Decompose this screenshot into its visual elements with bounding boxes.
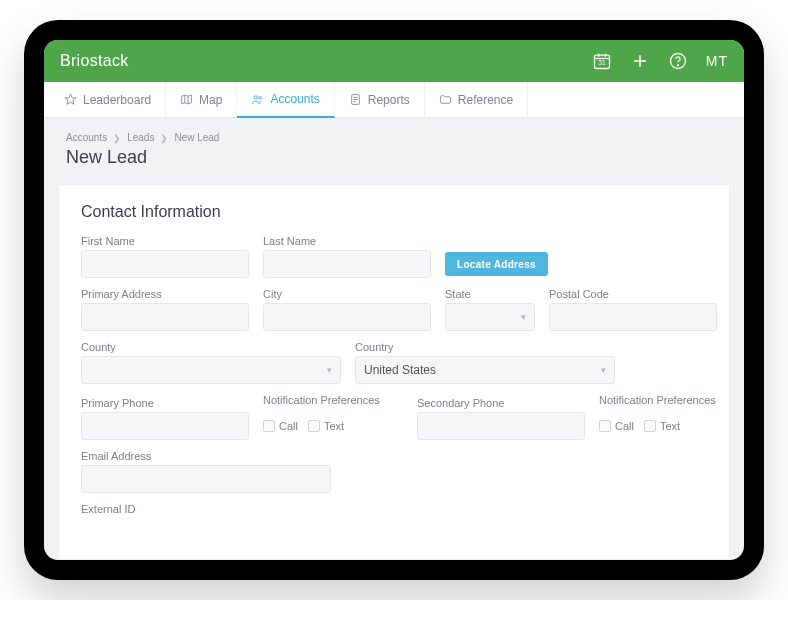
tab-reports[interactable]: Reports (335, 82, 425, 117)
svg-marker-10 (182, 95, 192, 104)
county-select[interactable]: ▾ (81, 356, 341, 384)
page-title: New Lead (66, 147, 722, 168)
call-label: Call (279, 420, 298, 432)
primary-text-checkbox[interactable]: Text (308, 420, 344, 432)
notification-prefs-label-2: Notification Preferences (599, 394, 730, 406)
page-header: Accounts ❯ Leads ❯ New Lead New Lead (44, 118, 744, 176)
document-icon (349, 93, 362, 106)
breadcrumb-leads[interactable]: Leads (127, 132, 154, 143)
tab-label: Reference (458, 93, 513, 107)
email-input[interactable] (81, 465, 331, 493)
last-name-input[interactable] (263, 250, 431, 278)
state-select[interactable]: ▾ (445, 303, 535, 331)
app-header: Briostack 31 (44, 40, 744, 82)
text-label: Text (324, 420, 344, 432)
checkbox-icon (308, 420, 320, 432)
tab-label: Reports (368, 93, 410, 107)
country-select[interactable]: United States ▾ (355, 356, 615, 384)
section-title: Contact Information (81, 203, 707, 221)
tab-label: Leaderboard (83, 93, 151, 107)
user-avatar[interactable]: MT (706, 53, 728, 69)
chevron-down-icon: ▾ (601, 365, 606, 375)
city-input[interactable] (263, 303, 431, 331)
tab-reference[interactable]: Reference (425, 82, 528, 117)
map-icon (180, 93, 193, 106)
svg-point-13 (255, 95, 258, 98)
checkbox-icon (263, 420, 275, 432)
contact-info-card: Contact Information First Name Last Name… (58, 184, 730, 560)
tab-map[interactable]: Map (166, 82, 237, 117)
svg-point-14 (259, 96, 262, 99)
secondary-text-checkbox[interactable]: Text (644, 420, 680, 432)
checkbox-icon (644, 420, 656, 432)
form: First Name Last Name Locate Address Prim… (81, 235, 707, 515)
county-label: County (81, 341, 341, 353)
notification-prefs-label-1: Notification Preferences (263, 394, 403, 406)
breadcrumb-accounts[interactable]: Accounts (66, 132, 107, 143)
chevron-down-icon: ▾ (327, 365, 332, 375)
external-id-label: External ID (81, 503, 221, 515)
secondary-phone-label: Secondary Phone (417, 397, 585, 409)
postal-code-input[interactable] (549, 303, 717, 331)
users-icon (251, 93, 264, 106)
tab-accounts[interactable]: Accounts (237, 82, 334, 118)
svg-point-8 (677, 65, 678, 66)
last-name-label: Last Name (263, 235, 431, 247)
postal-code-label: Postal Code (549, 288, 717, 300)
text-label-2: Text (660, 420, 680, 432)
primary-phone-label: Primary Phone (81, 397, 249, 409)
email-label: Email Address (81, 450, 331, 462)
folder-icon (439, 93, 452, 106)
secondary-call-checkbox[interactable]: Call (599, 420, 634, 432)
first-name-input[interactable] (81, 250, 249, 278)
city-label: City (263, 288, 431, 300)
screen: Briostack 31 (44, 40, 744, 560)
chevron-down-icon: ▾ (521, 312, 526, 322)
help-icon[interactable] (668, 51, 688, 71)
svg-text:31: 31 (598, 59, 606, 66)
tablet-frame: Briostack 31 (24, 20, 764, 580)
plus-icon[interactable] (630, 51, 650, 71)
nav-tabs: Leaderboard Map Accounts Reports Referen… (44, 82, 744, 118)
checkbox-icon (599, 420, 611, 432)
breadcrumb-current: New Lead (174, 132, 219, 143)
call-label-2: Call (615, 420, 634, 432)
breadcrumb: Accounts ❯ Leads ❯ New Lead (66, 132, 722, 143)
primary-address-input[interactable] (81, 303, 249, 331)
primary-phone-input[interactable] (81, 412, 249, 440)
brand-logo: Briostack (60, 52, 129, 70)
first-name-label: First Name (81, 235, 249, 247)
secondary-phone-input[interactable] (417, 412, 585, 440)
svg-marker-9 (65, 94, 76, 104)
state-label: State (445, 288, 535, 300)
star-icon (64, 93, 77, 106)
calendar-icon[interactable]: 31 (592, 51, 612, 71)
country-label: Country (355, 341, 615, 353)
chevron-right-icon: ❯ (160, 133, 168, 143)
primary-address-label: Primary Address (81, 288, 249, 300)
tab-leaderboard[interactable]: Leaderboard (50, 82, 166, 117)
tab-label: Map (199, 93, 222, 107)
header-actions: 31 MT (592, 51, 728, 71)
country-value: United States (364, 363, 436, 377)
locate-address-button[interactable]: Locate Address (445, 252, 548, 276)
primary-call-checkbox[interactable]: Call (263, 420, 298, 432)
chevron-right-icon: ❯ (113, 133, 121, 143)
tab-label: Accounts (270, 92, 319, 106)
